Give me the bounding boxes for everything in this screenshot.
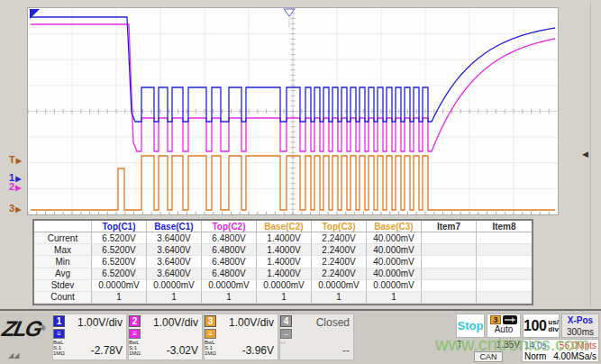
table-cell [477, 244, 532, 256]
table-row-label: Current [34, 232, 92, 244]
trigger-source-badge: 3 [490, 315, 501, 324]
table-row-label: Stdev [34, 280, 92, 292]
zlg-logo-text: ZLG [0, 316, 43, 341]
table-header-Base(C3): Base(C3) [367, 221, 422, 232]
volts-per-div: Closed [296, 316, 350, 329]
channel-1-box[interactable]: 1≡BwL S:1 1MΩ1.00V/div-2.78V [52, 314, 127, 360]
table-cell [477, 268, 532, 280]
table-cell [422, 256, 477, 268]
channel-settings-bar: 1≡BwL S:1 1MΩ1.00V/div-2.78V2≡BwL S:1 1M… [52, 314, 354, 360]
table-cell: 0.0000mV [147, 280, 202, 292]
table-cell [477, 256, 532, 268]
channel-offset: -3.02V [144, 344, 198, 357]
channel-2-ground-marker[interactable]: 2▶ [9, 182, 21, 193]
table-cell [422, 280, 477, 292]
table-cell: 1 [92, 292, 147, 304]
waveform-plot [27, 7, 559, 215]
side-track [590, 4, 591, 306]
channel-offset: -3.96V [220, 344, 274, 357]
channel-4-box[interactable]: 4–-.-Closed-- [279, 314, 354, 360]
table-row-label: Count [34, 292, 92, 304]
channel-number-badge: 3 [205, 315, 216, 327]
table-header-Base(C2): Base(C2) [257, 221, 312, 232]
table-cell: 40.000mV [367, 268, 422, 280]
channel-readout: Closed-- [294, 314, 353, 359]
table-cell: 6.4800V [202, 268, 257, 280]
waveform-canvas [28, 8, 558, 214]
table-cell: 6.5200V [92, 244, 147, 256]
channel-3-box[interactable]: 3≡BwL S:1 1MΩ1.00V/div-3.96V [204, 314, 278, 360]
table-cell: 1 [202, 292, 257, 304]
run-state-label: Stop [458, 319, 484, 332]
marker-arrow-icon: ▶ [16, 157, 22, 165]
channel-2-box[interactable]: 2≡BwL S:1 1MΩ1.00V/div-3.02V [128, 314, 203, 360]
channel-3-ground-marker[interactable]: 3▶ [9, 204, 21, 214]
channel-readout: 1.00V/div-3.96V [218, 314, 278, 359]
coupling-icon: ≡ [129, 329, 141, 339]
channel-number-badge: 2 [129, 315, 141, 327]
table-cell: 3.6400V [147, 244, 202, 256]
table-cell: 0.0000mV [92, 280, 147, 292]
table-cell [422, 232, 477, 244]
table-cell: 6.5200V [92, 232, 147, 244]
table-cell: 6.4800V [202, 232, 257, 244]
table-cell: 3.6400V [147, 232, 202, 244]
channel-badge-column: 3≡BwL S:1 1MΩ [205, 314, 218, 359]
channel-offset: -- [296, 344, 350, 357]
zlg-logo: ZLG® ◢◢ [3, 316, 50, 359]
volts-per-div: 1.00V/div [220, 316, 274, 329]
table-cell: 40.000mV [367, 256, 422, 268]
table-cell: 40.000mV [367, 232, 422, 244]
table-cell: 1.4000V [257, 244, 312, 256]
table-cell [422, 268, 477, 280]
side-slider-marker[interactable]: ◀ [582, 150, 588, 159]
timebase-unit: us/ div [548, 319, 559, 333]
table-cell: 1 [367, 292, 422, 304]
table-cell: 0.0000mV [312, 280, 367, 292]
table-cell: 1.4000V [257, 256, 312, 268]
table-row-label: Min [34, 256, 92, 268]
table-header-Top(C1): Top(C1) [92, 221, 147, 232]
channel-readout: 1.00V/div-3.02V [142, 314, 202, 359]
trigger-mode-label: Auto [487, 324, 520, 334]
table-cell: 3.6400V [147, 268, 202, 280]
timebase-value: 100 [524, 318, 546, 334]
table-header-Item7: Item7 [422, 221, 477, 232]
table-header-Base(C1): Base(C1) [147, 221, 202, 232]
coupling-icon: ≡ [53, 329, 65, 339]
table-corner-cell [34, 221, 92, 232]
table-cell: 40.000mV [367, 244, 422, 256]
volts-per-div: 1.00V/div [68, 316, 123, 329]
table-cell: 1 [147, 292, 202, 304]
table-cell [477, 292, 532, 304]
channel-probe-info: -.- [280, 340, 286, 345]
table-row-label: Avg [34, 268, 92, 280]
table-cell: 1.4000V [257, 268, 312, 280]
channel-number-badge: 4 [280, 315, 292, 327]
volts-per-div: 1.00V/div [144, 316, 198, 329]
table-cell: 0.0000mV [257, 280, 312, 292]
table-cell: 0.0000mV [202, 280, 257, 292]
table-cell [422, 244, 477, 256]
marker-arrow-icon: ▶ [15, 205, 21, 214]
table-cell: 6.4800V [202, 256, 257, 268]
table-cell [477, 280, 532, 292]
coupling-icon: ≡ [205, 329, 216, 339]
logo-hatch-decoration: ◢◢ [8, 351, 19, 359]
trigger-level-marker[interactable]: T▶ [9, 155, 22, 166]
channel-badge-column: 2≡BwL S:1 1MΩ [129, 314, 142, 359]
table-cell: 6.5200V [92, 256, 147, 268]
watermark: www.cntronics.com [435, 334, 589, 355]
channel-readout: 1.00V/div-2.78V [67, 314, 126, 359]
table-cell [422, 292, 477, 304]
channel-badge-column: 1≡BwL S:1 1MΩ [53, 314, 67, 359]
channel-probe-info: BwL S:1 1MΩ [129, 340, 141, 356]
oscilloscope-screen: T▶1▶2▶3▶ ◀ Top(C1)Base(C1)Top(C2)Base(C2… [0, 0, 601, 364]
table-row-label: Max [34, 244, 92, 256]
table-cell: 2.2400V [312, 244, 367, 256]
table-header-Top(C3): Top(C3) [312, 221, 367, 232]
table-cell: 6.4800V [202, 244, 257, 256]
table-cell [477, 232, 532, 244]
table-header-Top(C2): Top(C2) [202, 221, 257, 232]
channel-number-badge: 1 [53, 315, 65, 327]
